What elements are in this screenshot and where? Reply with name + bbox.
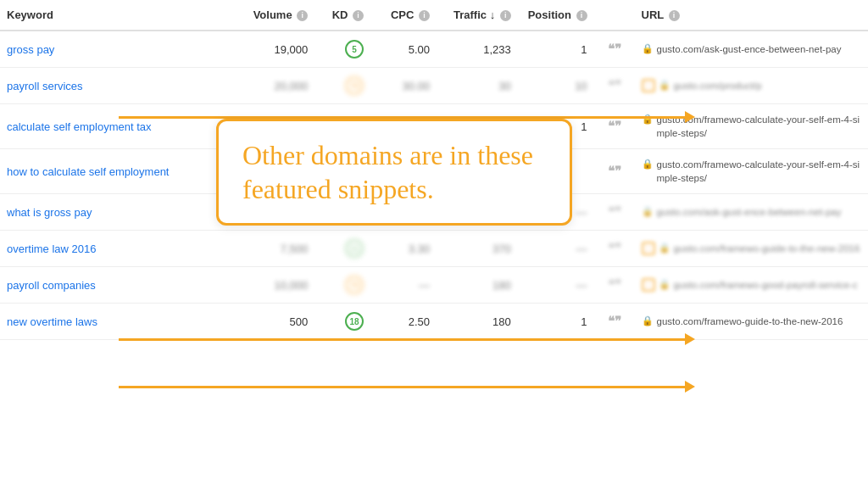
snippet-cell: ❝❞ — [594, 149, 635, 194]
quote-icon: ❝❞ — [608, 277, 621, 292]
lock-icon: 🔒 — [659, 279, 670, 290]
col-header-position: Position i — [518, 0, 594, 31]
volume-info-icon[interactable]: i — [297, 10, 308, 21]
col-header-volume: Volume i — [223, 0, 314, 31]
cpc-cell: — — [370, 267, 437, 304]
kd-cell: 11 — [314, 231, 370, 267]
lock-icon: 🔒 — [642, 206, 654, 217]
url-text: gusto.com/framewo-guide-to-the-new-2016 — [674, 242, 860, 255]
payroll-companies-arrow — [119, 381, 695, 393]
position-info-icon[interactable]: i — [576, 10, 587, 21]
cpc-cell: 3.30 — [370, 231, 437, 267]
lock-icon: 🔒 — [642, 159, 654, 170]
payroll-companies-arrow-line — [119, 386, 685, 388]
url-cell: 🔒gusto.com/ask-gust-ence-between-net-pay — [635, 31, 869, 68]
quote-icon: ❝❞ — [608, 314, 621, 328]
payroll-companies-arrow-head — [685, 381, 695, 393]
keyword-table-wrapper: Keyword Volume i KD i CPC i — [0, 0, 868, 340]
url-text: gusto.com/product/p — [674, 79, 762, 92]
url-highlight-box — [642, 79, 655, 92]
lock-icon: 🔒 — [642, 315, 654, 326]
snippet-cell: ❝❞ — [594, 194, 635, 231]
url-text: gusto.com/ask-gust-ence-between-net-pay — [657, 42, 842, 56]
table-header-row: Keyword Volume i KD i CPC i — [0, 0, 868, 31]
url-highlight-box — [642, 278, 655, 292]
table-row: gross pay19,00055.001,2331❝❞🔒gusto.com/a… — [0, 31, 868, 68]
snippet-cell: ❝❞ — [594, 68, 635, 104]
position-cell: — — [518, 231, 594, 267]
keyword-link[interactable]: what is gross pay — [7, 206, 92, 219]
position-cell: 1 — [518, 31, 594, 68]
lock-icon: 🔒 — [642, 43, 654, 54]
kd-cell: 70 — [314, 267, 370, 304]
quote-icon: ❝❞ — [608, 78, 621, 92]
callout-box: Other domains are in these featured snip… — [216, 119, 572, 226]
position-cell: 10 — [518, 68, 594, 104]
snippet-cell: ❝❞ — [594, 231, 635, 267]
url-cell: 🔒gusto.com/framewo-guide-to-the-new-2016 — [635, 231, 869, 267]
payroll-services-arrow-head — [685, 111, 695, 123]
callout-text: Other domains are in these featured snip… — [242, 138, 546, 206]
table-row: payroll companies10,00070—180—❝❞🔒gusto.c… — [0, 267, 868, 304]
kd-cell: 5 — [314, 31, 370, 68]
volume-cell: 20,000 — [223, 68, 314, 104]
volume-cell: 7,500 — [223, 231, 314, 267]
volume-cell: 19,000 — [223, 31, 314, 68]
traffic-cell: 370 — [437, 231, 518, 267]
keyword-link[interactable]: payroll services — [7, 80, 83, 92]
cpc-cell: 5.00 — [370, 31, 437, 68]
url-cell: 🔒gusto.com/ask-gust-ence-between-net-pay — [635, 194, 869, 231]
table-row: payroll services20,0007030.003010❝❞🔒gust… — [0, 68, 868, 104]
col-header-url: URL i — [635, 0, 869, 31]
volume-cell: 10,000 — [223, 267, 314, 304]
url-cell: 🔒gusto.com/framewo-good-payroll-service-… — [635, 267, 869, 304]
snippet-cell: ❝❞ — [594, 31, 635, 68]
keyword-link[interactable]: how to calculate self employment — [7, 165, 169, 178]
col-header-keyword: Keyword — [0, 0, 223, 31]
keyword-link[interactable]: payroll companies — [7, 279, 96, 292]
keyword-link[interactable]: gross pay — [7, 43, 54, 56]
col-header-snippet — [594, 0, 635, 31]
overtime-law-arrow — [119, 333, 695, 345]
col-header-cpc: CPC i — [370, 0, 437, 31]
url-cell: 🔒gusto.com/framewo-calculate-your-self-e… — [635, 149, 869, 194]
traffic-info-icon[interactable]: i — [500, 10, 511, 21]
overtime-law-arrow-line — [119, 338, 685, 341]
col-header-kd: KD i — [314, 0, 370, 31]
col-header-traffic: Traffic ↓ i — [437, 0, 518, 31]
lock-icon: 🔒 — [659, 80, 670, 91]
quote-icon: ❝❞ — [608, 164, 621, 178]
traffic-cell: 30 — [437, 68, 518, 104]
quote-icon: ❝❞ — [608, 42, 621, 56]
table-row: overtime law 20167,500113.30370—❝❞🔒gusto… — [0, 231, 868, 267]
cpc-info-icon[interactable]: i — [419, 10, 430, 21]
url-text: gusto.com/framewo-guide-to-the-new-2016 — [657, 315, 843, 328]
url-text: gusto.com/ask-gust-ence-between-net-pay — [657, 205, 842, 219]
url-text: gusto.com/framewo-good-payroll-service-c — [674, 278, 858, 292]
overtime-law-arrow-head — [685, 333, 695, 345]
url-highlight-box — [642, 242, 655, 255]
lock-icon: 🔒 — [659, 242, 670, 254]
snippet-cell: ❝❞ — [594, 267, 635, 304]
kd-cell: 70 — [314, 68, 370, 104]
url-text: gusto.com/framewo-calculate-your-self-em… — [657, 158, 862, 185]
cpc-cell: 30.00 — [370, 68, 437, 104]
url-info-icon[interactable]: i — [669, 10, 680, 21]
traffic-cell: 1,233 — [437, 31, 518, 68]
quote-icon: ❝❞ — [608, 204, 621, 219]
keyword-link[interactable]: new overtime laws — [7, 315, 97, 328]
position-cell: — — [518, 267, 594, 304]
kd-info-icon[interactable]: i — [353, 10, 364, 21]
keyword-link[interactable]: overtime law 2016 — [7, 242, 97, 255]
quote-icon: ❝❞ — [608, 241, 621, 255]
traffic-cell: 180 — [437, 267, 518, 304]
url-cell: 🔒gusto.com/product/p — [635, 68, 869, 104]
